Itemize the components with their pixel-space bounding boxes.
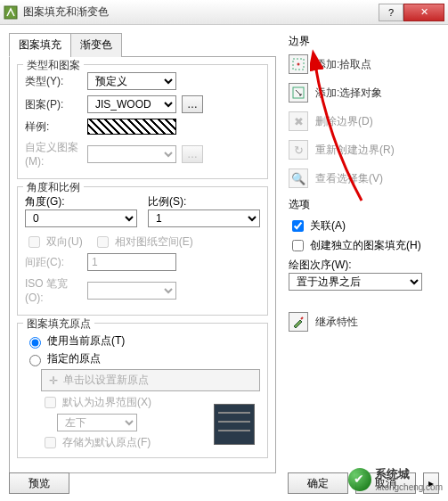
- spacing-input: [87, 253, 176, 271]
- custom-pattern-browse: …: [182, 145, 203, 163]
- radio-current-origin[interactable]: 使用当前原点(T): [25, 333, 260, 349]
- corner-select: 左下: [57, 414, 137, 431]
- left-column: 图案填充 渐变色 类型和图案 类型(Y): 预定义 图案(P): JIS_WOO…: [9, 32, 276, 456]
- radio-specified-origin[interactable]: 指定的原点: [25, 351, 260, 366]
- spacing-label: 间距(C):: [25, 255, 82, 270]
- inherit-icon: [289, 312, 308, 332]
- type-select[interactable]: 预定义: [87, 72, 176, 90]
- inherit-properties[interactable]: 继承特性: [289, 312, 439, 332]
- pattern-label: 图案(P):: [25, 97, 82, 112]
- app-icon: [4, 5, 18, 20]
- window-buttons: ? ✕: [379, 4, 444, 21]
- sample-label: 样例:: [25, 119, 82, 135]
- paper-space-checkbox[interactable]: 相对图纸空间(E): [94, 234, 193, 250]
- tab-gradient[interactable]: 渐变色: [70, 33, 122, 57]
- watermark-url: xitongcheng.com: [375, 482, 443, 492]
- tab-panel: 类型和图案 类型(Y): 预定义 图案(P): JIS_WOOD … 样例: 自…: [9, 57, 276, 473]
- hatch-origin-preview: [214, 404, 255, 445]
- titlebar: 图案填充和渐变色 ? ✕: [0, 0, 448, 25]
- iso-width-label: ISO 笔宽(O):: [25, 276, 82, 304]
- recreate-boundary-label: 重新创建边界(R): [315, 143, 395, 158]
- view-selection-icon: 🔍: [289, 168, 308, 188]
- preview-button[interactable]: 预览: [9, 472, 69, 494]
- add-pick-point[interactable]: 添加:拾取点: [289, 54, 439, 74]
- pick-point-icon: [289, 54, 308, 74]
- independent-checkbox[interactable]: 创建独立的图案填充(H): [289, 237, 439, 254]
- pattern-select[interactable]: JIS_WOOD: [87, 95, 176, 113]
- angle-select[interactable]: 0: [25, 209, 137, 227]
- sample-swatch[interactable]: [87, 119, 176, 135]
- pattern-browse-button[interactable]: …: [182, 95, 203, 113]
- add-select-label: 添加:选择对象: [315, 86, 382, 101]
- assoc-checkbox[interactable]: 关联(A): [289, 218, 439, 234]
- group-type: 类型和图案 类型(Y): 预定义 图案(P): JIS_WOOD … 样例: 自…: [17, 64, 268, 179]
- tab-strip: 图案填充 渐变色: [9, 32, 276, 57]
- crosshair-icon: ✛: [49, 374, 58, 387]
- ok-button[interactable]: 确定: [288, 472, 348, 494]
- recreate-boundary: ↻ 重新创建边界(R): [289, 140, 439, 160]
- group-angle-title: 角度和比例: [23, 180, 84, 195]
- watermark: 系统城 xitongcheng.com: [348, 466, 443, 492]
- add-select-object[interactable]: 添加:选择对象: [289, 83, 439, 103]
- options-title: 选项: [289, 197, 439, 212]
- angle-label: 角度(G):: [25, 194, 137, 209]
- tab-fill[interactable]: 图案填充: [9, 33, 71, 57]
- select-object-icon: [289, 83, 308, 103]
- group-origin: 图案填充原点 使用当前原点(T) 指定的原点 ✛ 单击以设置新原点 默认为边界范…: [17, 323, 268, 458]
- bidir-checkbox[interactable]: 双向(U): [25, 234, 83, 250]
- custom-pattern-label: 自定义图案(M):: [25, 140, 82, 168]
- inherit-label: 继承特性: [315, 315, 358, 330]
- watermark-icon: [348, 468, 371, 491]
- add-pick-label: 添加:拾取点: [315, 57, 371, 72]
- set-new-origin-button: ✛ 单击以设置新原点: [41, 369, 260, 391]
- set-new-origin-label: 单击以设置新原点: [63, 373, 149, 388]
- remove-boundary-label: 删除边界(D): [315, 114, 373, 129]
- watermark-title: 系统城: [375, 466, 443, 482]
- remove-boundary-icon: ✖: [289, 111, 308, 131]
- recreate-boundary-icon: ↻: [289, 140, 308, 160]
- group-type-title: 类型和图案: [23, 58, 84, 73]
- svg-point-2: [297, 63, 300, 66]
- draw-order-label: 绘图次序(W):: [289, 258, 439, 273]
- draw-order-select[interactable]: 置于边界之后: [289, 273, 422, 291]
- iso-width-select: [87, 282, 176, 300]
- view-selection: 🔍 查看选择集(V): [289, 168, 439, 188]
- help-button[interactable]: ?: [379, 4, 403, 21]
- type-label: 类型(Y):: [25, 74, 82, 89]
- window-title: 图案填充和渐变色: [23, 4, 379, 20]
- custom-pattern-select: [87, 145, 176, 163]
- group-angle-scale: 角度和比例 角度(G): 0 比例(S): 1 双向(U) 相对图纸空间(E): [17, 186, 268, 316]
- view-selection-label: 查看选择集(V): [315, 171, 383, 186]
- group-origin-title: 图案填充原点: [23, 316, 94, 332]
- scale-label: 比例(S):: [148, 194, 260, 209]
- scale-select[interactable]: 1: [148, 209, 260, 227]
- boundary-title: 边界: [289, 34, 439, 49]
- close-button[interactable]: ✕: [403, 4, 444, 21]
- right-column: 边界 添加:拾取点 添加:选择对象 ✖ 删除边界(D) ↻ 重新创建边界(R) …: [276, 32, 439, 456]
- dialog-body: 图案填充 渐变色 类型和图案 类型(Y): 预定义 图案(P): JIS_WOO…: [0, 25, 448, 456]
- remove-boundary: ✖ 删除边界(D): [289, 111, 439, 131]
